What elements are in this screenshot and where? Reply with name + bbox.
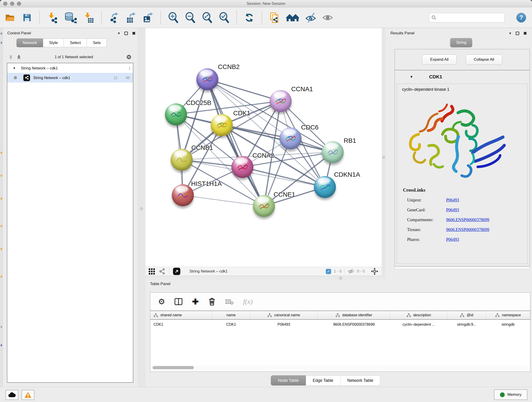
tab-select[interactable]: Select [64,38,87,47]
panel-menu-icon[interactable]: ▼ [117,32,120,35]
node-CCNB2[interactable] [196,68,218,90]
left-splitter[interactable] [138,28,146,387]
zoom-in-button[interactable] [168,12,179,24]
edge-HIST1H1A-CCNE1[interactable] [183,195,264,206]
add-column-icon[interactable]: ✚ [192,297,199,306]
node-RB1[interactable] [322,141,344,163]
column-header-canonical-name[interactable]: canonical name [250,311,318,319]
node-CDC6[interactable] [279,128,302,149]
node-label-RB1: RB1 [344,137,356,144]
memory-button[interactable]: Memory [494,389,527,400]
node-CDKN1A[interactable] [314,176,336,198]
edge-CCNB2-CCNA1[interactable] [207,79,281,101]
zoom-selected-button[interactable] [219,12,230,24]
network-options-gear-icon[interactable]: ⚙ [126,54,132,61]
collapse-all-button[interactable]: Collapse All [466,55,502,65]
cloud-status-button[interactable] [6,390,18,400]
close-panel-icon[interactable]: ✖ [132,31,136,36]
table-horizontal-scrollbar[interactable] [152,366,528,370]
hide-selected-button[interactable] [305,12,316,24]
tab-edge-table[interactable]: Edge Table [306,375,341,385]
show-all-button[interactable] [322,12,333,24]
crosslink-link[interactable]: 9606.ENSP00000378699 [446,227,489,232]
node-CDK1[interactable] [211,114,233,136]
tab-network[interactable]: Network [17,38,43,47]
column-header-@id[interactable]: @id [447,311,486,319]
column-header-namespace[interactable]: namespace [486,311,530,319]
network-row[interactable]: String Network – cdk1 11 48 [7,73,133,83]
cell-name[interactable]: CDK1 [212,320,250,329]
splitter-handle[interactable] [382,156,385,159]
expand-all-button[interactable]: Expand All [422,55,456,65]
gene-expander-icon[interactable]: ▼ [410,75,413,79]
column-header-shared-name[interactable]: shared name [150,311,212,319]
panel-menu-icon[interactable]: ▼ [509,32,512,35]
column-header-name[interactable]: name [212,311,250,319]
detach-view-icon[interactable] [173,268,180,275]
column-header-description[interactable]: description [390,311,447,319]
node-label-CCNE1: CCNE1 [273,191,295,198]
gene-details-box: ▼ CDK1 cyclin–dependent kinase 1 [394,70,530,266]
grid-mode-icon[interactable] [149,268,155,274]
save-session-button[interactable] [22,12,32,24]
delete-column-icon[interactable] [208,298,215,306]
cell-database-identifier[interactable]: 9606.ENSP00000378699 [317,320,390,329]
crosslink-link[interactable]: 9606.ENSP00000378699 [446,217,489,222]
node-CCNA1[interactable] [270,90,292,112]
import-table-button[interactable] [83,12,94,24]
help-button[interactable]: ? [516,13,526,22]
crosslink-link[interactable]: P06493 [446,237,459,242]
selected-checkbox-icon[interactable]: ✓ [326,269,331,274]
scrollbar-thumb[interactable] [152,366,194,369]
copy-network-button[interactable] [269,12,280,24]
tab-string[interactable]: String [450,38,472,47]
crosslink-link[interactable]: P06493 [446,198,459,203]
open-session-button[interactable] [5,12,16,24]
cell-canonical-name[interactable]: P06493 [250,320,318,329]
export-table-button[interactable] [126,12,137,24]
zoom-out-button[interactable] [185,12,196,24]
cell-@id[interactable]: stringdb:9... [447,320,486,329]
tab-node-table[interactable]: Node Table [271,375,306,385]
warnings-button[interactable] [22,390,34,400]
cell-description[interactable]: cyclin–dependent ... [390,320,447,329]
show-columns-icon[interactable] [175,298,182,305]
search-input[interactable] [438,15,502,20]
import-network-database-button[interactable] [64,12,77,24]
zoom-fit-button[interactable] [202,12,213,24]
node-CCNB1[interactable] [171,149,193,171]
table-options-gear-icon[interactable]: ⚙ [158,297,165,306]
network-collection-row[interactable]: ▼ String Network – cdk1 1 [7,63,133,73]
node-CCNE1[interactable] [253,195,275,217]
expand-all-networks-icon[interactable]: ≪ [16,55,22,60]
splitter-handle[interactable] [339,277,342,280]
column-header-database-identifier[interactable]: database identifier [317,311,390,319]
table-type-tabs: Node TableEdge TableNetwork Table [271,375,380,385]
tab-style[interactable]: Style [43,38,64,47]
network-view-icon[interactable] [158,268,165,275]
export-image-button[interactable] [143,12,153,24]
gene-header-row[interactable]: ▼ CDK1 [395,70,530,83]
splitter-handle[interactable] [140,207,143,210]
import-network-file-button[interactable] [47,12,58,24]
export-network-button[interactable] [109,12,120,24]
node-CDC25B[interactable] [165,103,187,125]
crosslink-link[interactable]: P06493 [446,208,459,212]
collection-expander-icon[interactable]: ▼ [13,66,16,70]
collapse-all-networks-icon[interactable]: ≫ [8,55,14,60]
table-row[interactable]: CDK1CDK1P064939606.ENSP00000378699cyclin… [150,320,530,329]
float-panel-icon[interactable] [124,32,128,35]
cell-namespace[interactable]: stringdb [486,320,530,329]
first-neighbors-button[interactable] [286,12,299,24]
node-CCNA2[interactable] [231,156,253,178]
tab-network-table[interactable]: Network Table [341,375,380,385]
close-panel-icon[interactable]: ✖ [523,31,527,36]
tab-sets[interactable]: Sets [87,38,107,47]
bird-eye-view-icon[interactable] [371,268,379,275]
results-scroll-strip[interactable] [394,266,530,269]
node-HIST1H1A[interactable] [172,184,194,206]
float-panel-icon[interactable] [516,32,519,35]
refresh-button[interactable] [244,12,255,24]
network-canvas[interactable]: CCNB2CCNA1CDC25BCDK1CDC6RB1CCNB1CCNA2CDK… [146,28,382,267]
cell-shared-name[interactable]: CDK1 [150,320,212,329]
